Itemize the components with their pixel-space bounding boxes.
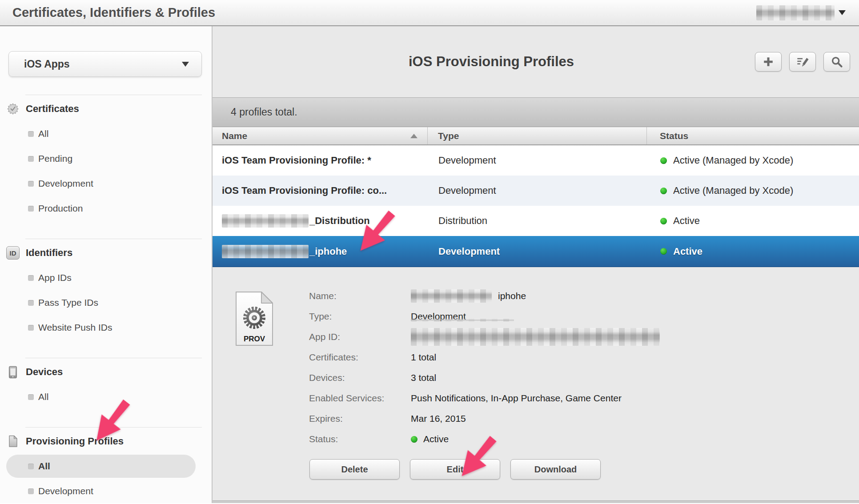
user-name-redacted [756,5,835,20]
profile-name: iOS Team Provisioning Profile: co... [222,185,387,196]
profile-type: Development [428,246,647,257]
bullet-icon [28,181,34,187]
chevron-down-icon [182,62,189,67]
redacted-smudge [411,319,514,322]
field-devices-value: 3 total [411,372,436,383]
bullet-icon [28,206,34,212]
delete-button[interactable]: Delete [309,459,400,480]
sidebar-item-label: All [38,128,48,139]
app-window: Certificates, Identifiers & Profiles iOS… [0,0,859,504]
profile-type: Distribution [428,215,647,227]
section-label: Devices [26,366,63,378]
column-header-type[interactable]: Type [428,127,647,144]
id-badge-icon: ID [6,246,20,260]
profile-name: _Distribution [309,215,370,227]
sidebar-item-profiles-all[interactable]: All [6,455,196,478]
profile-status: Active [673,246,702,257]
sidebar-section-provisioning-profiles: Provisioning Profiles [0,429,212,454]
sidebar-item-app-ids[interactable]: App IDs [0,265,212,290]
detail-actions: Delete Edit Download [309,459,859,480]
status-dot-icon [660,157,667,164]
sidebar-section-devices: Devices [0,360,212,384]
edit-list-button[interactable] [789,52,816,72]
sidebar-item-label: Development [38,178,93,189]
detail-fields: Name: iphohe Type: Development App ID: C… [309,286,859,449]
sidebar-item-profiles-development[interactable]: Development [0,479,212,504]
summary-bar: 4 profiles total. [213,97,859,127]
bullet-icon [28,156,34,162]
field-enabled-services-value: Push Notifications, In-App Purchase, Gam… [411,393,622,404]
table-row[interactable]: iOS Team Provisioning Profile: co... Dev… [213,176,859,206]
sidebar-item-pass-type-ids[interactable]: Pass Type IDs [0,290,212,315]
search-button[interactable] [823,52,850,72]
profile-detail-panel: PROV Name: iphohe Type: Development App … [213,267,859,500]
sidebar-item-label: Development [38,486,93,496]
field-expires: Expires: Mar 16, 2015 [309,408,859,429]
bullet-icon [28,131,34,137]
field-certificates-value: 1 total [411,352,436,363]
ios-apps-dropdown-label: iOS Apps [24,58,70,70]
prov-file-icon-label: PROV [244,335,265,343]
field-name-value: iphohe [498,291,526,301]
sidebar-item-certificates-development[interactable]: Development [0,171,212,196]
section-label: Certificates [26,103,79,115]
profile-status: Active (Managed by Xcode) [673,155,793,166]
table-row-selected[interactable]: _iphohe Development Active [213,236,859,267]
compose-icon [796,56,809,68]
redacted-name-prefix [222,214,309,228]
table-header: Name Type Status [213,127,859,145]
profiles-count: 4 profiles total. [231,106,297,118]
edit-button[interactable]: Edit [410,459,500,480]
redacted-app-id [411,328,660,346]
field-app-id: App ID: [309,327,859,347]
sidebar-item-certificates-all[interactable]: All [0,121,212,146]
redacted-name-prefix [411,289,492,303]
section-label: Provisioning Profiles [26,436,124,447]
bullet-icon [28,275,34,281]
status-dot-icon [660,218,667,224]
add-profile-button[interactable] [755,52,782,72]
field-expires-value: Mar 16, 2015 [411,413,466,424]
certificate-seal-icon [6,103,20,115]
sidebar-item-devices-all[interactable]: All [0,384,212,409]
sidebar-section-identifiers: ID Identifiers [0,240,212,265]
field-devices: Devices: 3 total [309,368,859,388]
bullet-icon [28,394,34,400]
sidebar-item-certificates-pending[interactable]: Pending [0,146,212,171]
divider [25,358,202,358]
profile-name: iOS Team Provisioning Profile: * [222,155,371,166]
table-row[interactable]: _Distribution Distribution Active [213,206,859,236]
sidebar-item-label: All [38,461,50,472]
download-button[interactable]: Download [510,459,601,480]
divider [25,239,202,239]
sidebar-item-label: Website Push IDs [38,322,112,333]
sort-ascending-icon [410,134,417,138]
sidebar-item-certificates-production[interactable]: Production [0,196,212,221]
divider [25,95,202,95]
status-dot-icon [411,436,417,443]
field-status: Status: Active [309,429,859,449]
sidebar-item-website-push-ids[interactable]: Website Push IDs [0,315,212,340]
bullet-icon [28,464,34,469]
sidebar-item-label: Pass Type IDs [38,297,98,308]
sidebar-item-label: Production [38,203,83,214]
document-icon [6,435,20,448]
ios-apps-dropdown[interactable]: iOS Apps [8,51,202,77]
toolbar-buttons [755,26,850,97]
bullet-icon [28,300,34,306]
add-icon [763,56,774,68]
sidebar: iOS Apps Certificates All Pending [0,26,213,503]
user-account-menu[interactable] [756,5,846,20]
status-dot-icon [660,248,667,255]
content-area: iOS Apps Certificates All Pending [0,26,859,503]
column-header-name[interactable]: Name [213,127,428,144]
profile-status: Active [673,215,700,227]
column-header-status[interactable]: Status [647,127,859,144]
search-icon [831,56,843,68]
bottom-edge [213,500,859,503]
redacted-name-prefix [222,245,309,258]
global-header: Certificates, Identifiers & Profiles [0,0,859,26]
sidebar-item-label: All [38,392,48,402]
table-row[interactable]: iOS Team Provisioning Profile: * Develop… [213,145,859,176]
prov-file-icon: PROV [234,291,275,348]
